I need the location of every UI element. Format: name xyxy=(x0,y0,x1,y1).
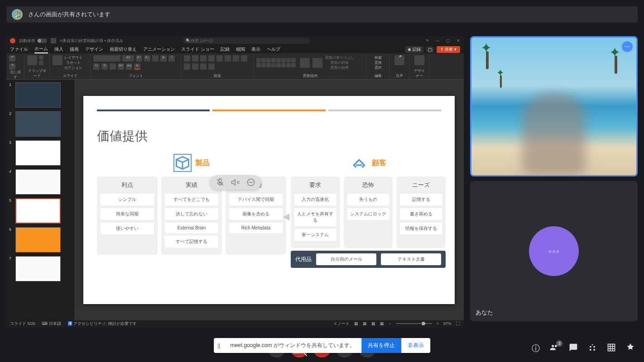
menu-insert[interactable]: 挿入 xyxy=(54,46,63,52)
people-icon[interactable]: 3 xyxy=(550,343,559,354)
align-right-icon[interactable] xyxy=(184,63,190,70)
minimize-icon[interactable]: — xyxy=(436,38,440,43)
menu-design[interactable]: デザイン xyxy=(85,46,103,52)
menu-transitions[interactable]: 画面切り替え xyxy=(110,46,137,52)
align-left-icon[interactable] xyxy=(233,55,239,62)
shape-star-icon[interactable] xyxy=(281,58,286,62)
menu-draw[interactable]: 描画 xyxy=(70,46,79,52)
numbering-icon[interactable] xyxy=(192,55,198,62)
text-direction-icon[interactable] xyxy=(225,55,231,62)
menu-record[interactable]: 記録 xyxy=(221,46,230,52)
designer-icon[interactable] xyxy=(414,55,424,65)
justify-icon[interactable] xyxy=(192,63,198,70)
font-color-icon[interactable]: A xyxy=(134,63,140,70)
increase-font-icon[interactable]: A↑ xyxy=(136,55,142,62)
fit-icon[interactable]: ⛶ xyxy=(456,321,460,326)
thumbnail-6[interactable]: 6 xyxy=(9,227,72,252)
close-icon[interactable]: ✕ xyxy=(457,38,460,43)
autosave-toggle[interactable]: 自動保存 xyxy=(19,38,47,44)
decrease-font-icon[interactable]: A↓ xyxy=(144,55,150,62)
stop-sharing-button[interactable]: 共有を停止 xyxy=(361,338,401,353)
menu-view[interactable]: 表示 xyxy=(251,46,260,52)
hide-toast-button[interactable]: 非表示 xyxy=(401,338,430,353)
zoom-out-icon[interactable]: − xyxy=(389,321,391,326)
new-slide-icon[interactable] xyxy=(53,55,62,65)
columns-icon[interactable] xyxy=(200,63,207,70)
save-icon[interactable] xyxy=(51,38,56,43)
smartart-icon[interactable] xyxy=(208,63,215,70)
share-button[interactable]: ⇧ 共有 ▾ xyxy=(437,46,460,53)
align-center-icon[interactable] xyxy=(241,55,247,62)
thumbnail-1[interactable]: 1 xyxy=(9,82,72,108)
shape-arrow-icon[interactable] xyxy=(276,58,281,62)
menu-file[interactable]: ファイル xyxy=(10,46,28,52)
bullets-icon[interactable] xyxy=(184,55,190,62)
zoom-level[interactable]: 97% xyxy=(443,321,452,326)
copy-icon[interactable] xyxy=(39,61,43,65)
shadow-icon[interactable] xyxy=(110,63,116,70)
spacing-icon[interactable]: AV xyxy=(118,63,124,70)
thumbnail-7[interactable]: 7 xyxy=(9,256,72,281)
shape-triangle-icon[interactable] xyxy=(266,58,271,62)
view-slideshow-icon[interactable]: ▦ xyxy=(380,321,384,326)
host-controls-icon[interactable] xyxy=(626,343,635,354)
activities-icon[interactable] xyxy=(588,343,597,354)
tile-menu-icon[interactable]: ⋯ xyxy=(622,41,633,52)
indent-increase-icon[interactable] xyxy=(208,55,215,62)
notes-button[interactable]: ≡ ノート xyxy=(334,321,350,327)
indent-decrease-icon[interactable] xyxy=(200,55,207,62)
present-icon[interactable]: ▢ xyxy=(426,47,434,52)
clear-format-icon[interactable] xyxy=(152,55,159,62)
dictation-icon[interactable]: 🎤 xyxy=(394,55,404,65)
case-icon[interactable]: Aa xyxy=(126,63,132,70)
no-sound-icon[interactable] xyxy=(231,178,240,187)
shape-rect-icon[interactable] xyxy=(256,58,261,62)
zoom-in-icon[interactable]: + xyxy=(437,321,439,326)
accessibility-indicator[interactable]: ♿ アクセシビリティ: 検討が必要です xyxy=(67,321,137,327)
thumbnail-2[interactable]: 2 xyxy=(9,111,72,137)
menu-slideshow[interactable]: スライド ショー xyxy=(181,46,214,52)
toggle-switch[interactable] xyxy=(37,38,47,43)
view-sorter-icon[interactable]: ▦ xyxy=(363,321,367,326)
thumbnail-4[interactable]: 4 xyxy=(9,169,72,195)
thumbnail-3[interactable]: 3 xyxy=(9,140,72,166)
menu-review[interactable]: 校閲 xyxy=(236,46,245,52)
underline-icon[interactable]: U xyxy=(93,63,100,70)
mic-off-icon[interactable] xyxy=(216,178,225,187)
language-indicator[interactable]: ⌨ 日本語 xyxy=(42,321,61,327)
slide-canvas[interactable]: 価値提供 製品 利点シンプル簡単な同期使いやすい実績すべてをどこでも決して忘れな… xyxy=(74,80,464,320)
italic-icon[interactable]: I xyxy=(168,55,175,62)
redo-icon[interactable]: ↷ xyxy=(9,63,15,70)
stop-icon[interactable] xyxy=(246,178,255,187)
shape-oval-icon[interactable] xyxy=(261,58,266,62)
pause-icon[interactable]: || xyxy=(214,343,224,349)
shape-line-icon[interactable] xyxy=(271,58,276,62)
participant-tile-you[interactable]: ●●● あなた xyxy=(470,181,638,321)
menu-help[interactable]: ヘルプ xyxy=(267,46,280,52)
grid-icon[interactable] xyxy=(607,343,616,354)
info-icon[interactable]: ⓘ xyxy=(532,343,540,354)
menu-home[interactable]: ホーム xyxy=(34,46,48,53)
paste-icon[interactable] xyxy=(27,55,37,65)
strike-icon[interactable]: S xyxy=(101,63,108,70)
record-button[interactable]: ◉ 記録 xyxy=(405,46,423,53)
maximize-icon[interactable]: ▢ xyxy=(446,38,450,43)
slide-thumbnails[interactable]: 1 2 3 4 5 6 7 xyxy=(6,80,74,320)
view-reading-icon[interactable]: ▦ xyxy=(371,321,375,326)
quick-styles-icon[interactable] xyxy=(312,58,322,68)
thumbnail-5[interactable]: 5 xyxy=(9,198,72,224)
participant-tile-presenter[interactable]: ⋯ xyxy=(470,36,638,176)
search-input[interactable]: 🔍 検索 (Alt+Q) xyxy=(183,38,310,44)
menu-animations[interactable]: アニメーション xyxy=(143,46,175,52)
undo-icon[interactable]: ↶ xyxy=(9,55,15,62)
pencil-icon[interactable]: ✎ xyxy=(426,38,429,43)
font-size[interactable]: 40 xyxy=(122,55,134,62)
bold-icon[interactable]: B xyxy=(160,55,167,62)
view-normal-icon[interactable]: ▦ xyxy=(354,321,358,326)
line-spacing-icon[interactable] xyxy=(216,55,223,62)
arrange-icon[interactable] xyxy=(300,58,310,68)
zoom-slider[interactable] xyxy=(396,323,432,324)
font-family[interactable] xyxy=(93,55,120,62)
chat-icon[interactable] xyxy=(569,343,578,354)
cut-icon[interactable] xyxy=(39,55,43,60)
